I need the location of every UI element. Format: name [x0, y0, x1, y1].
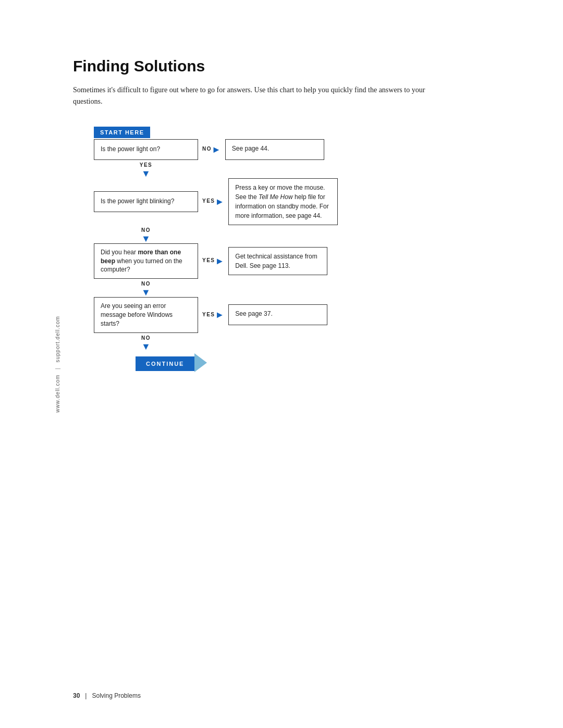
svg-marker-0 [194, 353, 207, 372]
continue-button[interactable]: CONTINUE [136, 356, 194, 371]
step4-no-down: NO ▼ [94, 335, 198, 351]
step2-no-down: NO ▼ [94, 227, 198, 243]
footer-section: Solving Problems [92, 692, 141, 699]
sidebar-url2: support.dell.com [55, 316, 60, 362]
arrow-right-icon-2: ► [215, 197, 225, 206]
arrow-right-icon: ► [212, 145, 221, 154]
step3-yes-connector: YES ► Get technical assistance from Dell… [202, 247, 327, 275]
step3-row: Did you hear more than one beep when you… [94, 243, 396, 279]
step2-row: Is the power light blinking? YES ► Press… [94, 178, 396, 225]
arrow-down-icon-2: ▼ [141, 234, 151, 243]
step3-yes-answer: Get technical assistance from Dell. See … [228, 247, 327, 275]
step2-question: Is the power light blinking? [94, 191, 198, 212]
step2-yes-connector: YES ► Press a key or move the mouse. See… [202, 178, 338, 225]
page-title: Finding Solutions [73, 57, 500, 75]
step1-no-connector: NO ► See page 44. [202, 139, 324, 160]
flowchart: START HERE Is the power light on? NO ► S… [94, 127, 396, 371]
footer-page-number: 30 [73, 692, 80, 699]
continue-label: CONTINUE [146, 361, 184, 367]
start-here-label: START HERE [94, 127, 150, 138]
step4-yes-connector: YES ► See page 37. [202, 304, 327, 325]
intro-text: Sometimes it's difficult to figure out w… [73, 84, 438, 108]
arrow-down-icon-4: ▼ [141, 342, 151, 351]
arrow-down-icon-3: ▼ [141, 288, 151, 297]
footer-separator: | [82, 692, 90, 699]
step1-row: Is the power light on? NO ► See page 44. [94, 139, 396, 160]
continue-arrow-icon [194, 353, 214, 372]
step1-question: Is the power light on? [94, 139, 198, 160]
arrow-down-icon: ▼ [141, 169, 151, 178]
step1-yes-down: YES ▼ [94, 162, 198, 178]
step4-yes-answer: See page 37. [228, 304, 327, 325]
arrow-right-icon-4: ► [215, 310, 225, 319]
sidebar-url1: www.dell.com [55, 374, 60, 412]
step3-question: Did you hear more than one beep when you… [94, 243, 198, 279]
step3-no-down: NO ▼ [94, 281, 198, 297]
arrow-right-icon-3: ► [215, 256, 225, 266]
page-container: www.dell.com | support.dell.com Finding … [0, 0, 563, 728]
step2-yes-answer: Press a key or move the mouse. See the T… [228, 178, 338, 225]
continue-button-wrapper: CONTINUE [115, 353, 194, 371]
step4-row: Are you seeing an error message before W… [94, 297, 396, 332]
step4-question: Are you seeing an error message before W… [94, 297, 198, 332]
sidebar-separator: | [55, 367, 60, 369]
step1-no-answer: See page 44. [225, 139, 324, 160]
page-footer: 30 | Solving Problems [73, 692, 141, 699]
sidebar-text: www.dell.com | support.dell.com [55, 316, 60, 413]
